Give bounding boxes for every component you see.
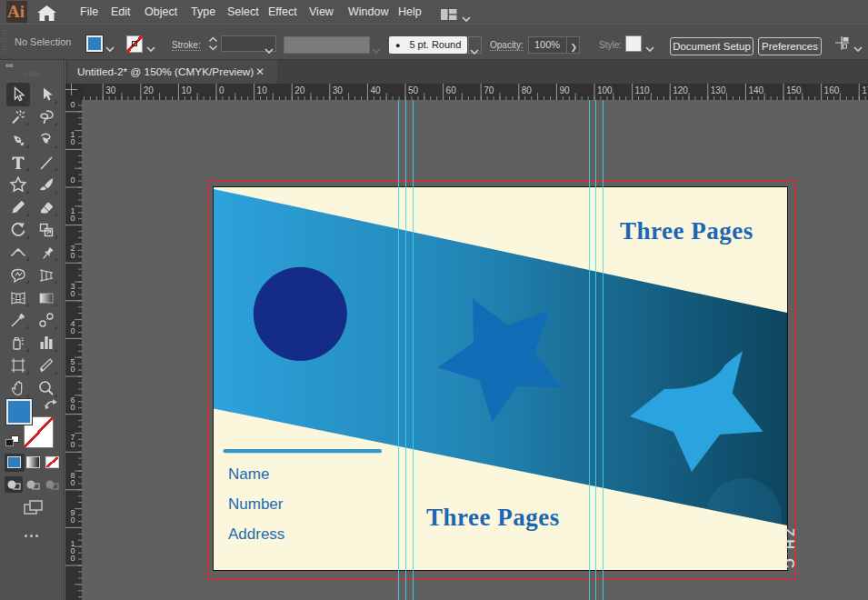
- svg-text:50: 50: [408, 85, 419, 95]
- svg-text:80: 80: [522, 85, 533, 95]
- svg-text:30: 30: [333, 85, 344, 95]
- svg-text:0: 0: [71, 100, 75, 109]
- svg-text:110: 110: [635, 85, 650, 95]
- svg-text:0: 0: [71, 440, 75, 449]
- svg-text:140: 140: [748, 85, 763, 95]
- svg-text:120: 120: [673, 85, 688, 95]
- svg-text:130: 130: [711, 85, 726, 95]
- svg-text:0: 0: [71, 365, 75, 374]
- svg-text:70: 70: [484, 85, 494, 95]
- svg-text:0: 0: [71, 515, 75, 525]
- svg-text:0: 0: [71, 478, 75, 487]
- svg-text:20: 20: [144, 85, 155, 95]
- svg-text:0: 0: [71, 251, 75, 260]
- svg-text:0: 0: [71, 403, 75, 412]
- svg-text:100: 100: [597, 85, 613, 95]
- svg-text:20: 20: [294, 85, 305, 95]
- svg-text:10: 10: [257, 85, 268, 95]
- svg-text:0: 0: [71, 214, 75, 223]
- svg-text:160: 160: [824, 85, 840, 95]
- svg-text:10: 10: [181, 85, 192, 95]
- svg-text:150: 150: [786, 85, 802, 95]
- svg-text:0: 0: [219, 85, 224, 95]
- svg-text:170: 170: [862, 85, 868, 95]
- svg-text:40: 40: [370, 85, 381, 95]
- svg-text:60: 60: [446, 85, 457, 95]
- svg-text:0: 0: [71, 175, 75, 185]
- svg-text:0: 0: [71, 137, 75, 146]
- svg-text:90: 90: [559, 85, 570, 95]
- svg-text:30: 30: [105, 85, 116, 95]
- svg-text:0: 0: [71, 326, 75, 335]
- svg-text:0: 0: [71, 554, 75, 563]
- svg-text:0: 0: [71, 289, 75, 298]
